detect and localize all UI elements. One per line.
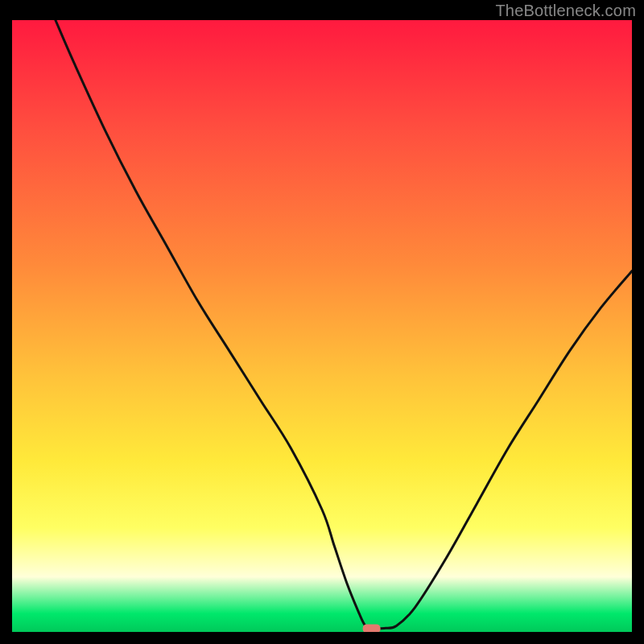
gradient-background [12, 20, 632, 632]
watermark-label: TheBottleneck.com [495, 2, 636, 20]
chart-stage: TheBottleneck.com [0, 0, 644, 644]
optimum-marker [363, 624, 381, 632]
bottleneck-chart [12, 20, 632, 632]
plot-area [12, 20, 632, 632]
